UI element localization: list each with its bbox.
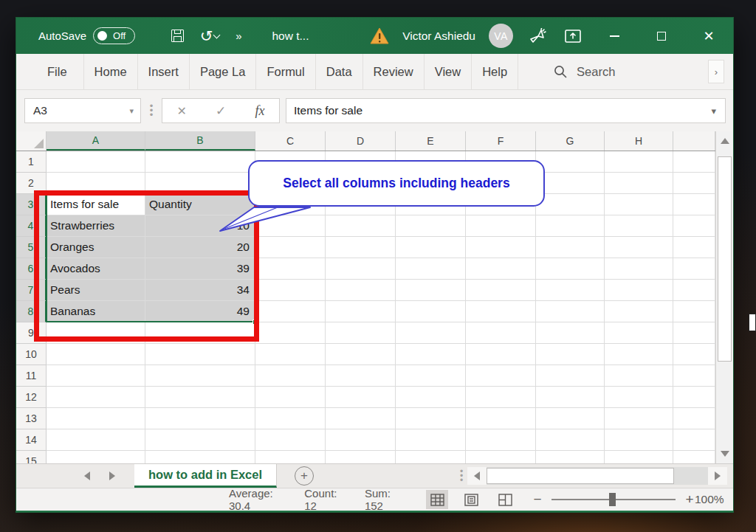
cell-partial-15[interactable] (673, 451, 715, 463)
cell-D7[interactable] (326, 280, 396, 301)
cell-E6[interactable] (396, 258, 466, 280)
cell-H5[interactable] (605, 237, 673, 258)
cell-B14[interactable] (145, 429, 255, 451)
column-header-A[interactable]: A (47, 131, 145, 151)
cell-B4[interactable]: 10 (145, 215, 255, 237)
enter-button[interactable]: ✓ (216, 103, 226, 119)
ribbon-tab-data[interactable]: Data (316, 54, 363, 89)
cell-E13[interactable] (396, 408, 466, 429)
ribbon-tab-file[interactable]: File (37, 54, 84, 89)
more-commands-button[interactable]: » (236, 30, 242, 42)
cell-H7[interactable] (605, 280, 673, 301)
vertical-scroll-track[interactable] (716, 151, 733, 444)
cell-C6[interactable] (255, 258, 326, 280)
cell-D14[interactable] (326, 429, 396, 451)
scroll-up-button[interactable] (716, 131, 733, 151)
cell-H3[interactable] (605, 194, 673, 215)
formula-bar-separator[interactable]: ••• (147, 104, 156, 117)
ribbon-tab-page-la[interactable]: Page La (190, 54, 256, 89)
cell-D8[interactable] (326, 301, 396, 322)
cell-C5[interactable] (255, 237, 326, 258)
cell-D9[interactable] (326, 322, 396, 344)
row-header-12[interactable]: 12 (16, 387, 47, 408)
column-header-G[interactable]: G (536, 131, 605, 151)
search-box[interactable]: Search (554, 65, 615, 79)
cell-partial-1[interactable] (673, 151, 715, 173)
cell-C14[interactable] (255, 429, 326, 451)
cell-partial-11[interactable] (673, 365, 715, 387)
zoom-level[interactable]: 100% (695, 493, 733, 506)
cell-A12[interactable] (47, 387, 145, 408)
cell-C7[interactable] (255, 280, 326, 301)
warning-icon[interactable] (370, 27, 389, 44)
cell-F4[interactable] (466, 215, 536, 237)
cell-G10[interactable] (536, 344, 605, 365)
column-header-B[interactable]: B (145, 131, 255, 151)
cell-E10[interactable] (396, 344, 466, 365)
status-average[interactable]: Average: 30.4 (229, 487, 279, 512)
cell-D15[interactable] (326, 451, 396, 463)
minimize-button[interactable] (597, 18, 631, 54)
cell-B10[interactable] (145, 344, 255, 365)
cell-G6[interactable] (536, 258, 605, 280)
cell-B3[interactable]: Quantity (145, 194, 255, 215)
zoom-slider-track[interactable] (551, 499, 676, 500)
ribbon-tab-help[interactable]: Help (472, 54, 518, 89)
row-header-9[interactable]: 9 (16, 322, 47, 344)
cell-G14[interactable] (536, 429, 605, 451)
cell-D12[interactable] (326, 387, 396, 408)
column-header-partial[interactable] (673, 131, 715, 151)
cell-C13[interactable] (255, 408, 326, 429)
cell-H6[interactable] (605, 258, 673, 280)
cell-A9[interactable] (47, 322, 145, 344)
cell-E11[interactable] (396, 365, 466, 387)
cell-A11[interactable] (47, 365, 145, 387)
ribbon-more-button[interactable]: › (708, 60, 724, 83)
page-break-preview-button[interactable] (494, 490, 516, 509)
document-title[interactable]: how t... (272, 30, 309, 43)
sheet-tab-active[interactable]: how to add in Excel (134, 464, 277, 488)
zoom-out-button[interactable]: − (532, 491, 543, 508)
cell-A15[interactable] (47, 451, 145, 463)
ribbon-display-options-button[interactable] (562, 25, 584, 47)
cell-G9[interactable] (536, 322, 605, 344)
cell-D5[interactable] (326, 237, 396, 258)
cell-F12[interactable] (466, 387, 536, 408)
row-header-10[interactable]: 10 (16, 344, 47, 365)
insert-function-button[interactable]: fx (255, 103, 264, 119)
cell-G8[interactable] (536, 301, 605, 322)
cell-B5[interactable]: 20 (145, 237, 255, 258)
cell-G11[interactable] (536, 365, 605, 387)
row-header-13[interactable]: 13 (16, 408, 47, 429)
autosave-toggle[interactable]: AutoSave Off (38, 27, 135, 44)
cell-H1[interactable] (605, 151, 673, 173)
cell-B11[interactable] (145, 365, 255, 387)
name-box[interactable]: A3 ▾ (24, 98, 141, 123)
row-header-6[interactable]: 6 (16, 258, 47, 280)
cancel-button[interactable]: ✕ (177, 104, 187, 118)
coming-soon-button[interactable] (526, 25, 549, 47)
row-header-7[interactable]: 7 (16, 280, 47, 301)
cell-H2[interactable] (605, 173, 673, 194)
new-sheet-button[interactable]: + (295, 466, 314, 486)
sheet-nav-left-button[interactable] (84, 471, 90, 480)
cell-A2[interactable] (47, 173, 145, 194)
column-header-E[interactable]: E (396, 131, 466, 151)
status-count[interactable]: Count: 12 (304, 487, 340, 512)
avatar[interactable]: VA (489, 24, 513, 48)
row-header-2[interactable]: 2 (16, 173, 47, 194)
formula-bar-expand-icon[interactable]: ▾ (711, 106, 725, 117)
cell-H13[interactable] (605, 408, 673, 429)
cell-C9[interactable] (255, 322, 326, 344)
cell-A4[interactable]: Strawberries (47, 215, 145, 237)
cell-G12[interactable] (536, 387, 605, 408)
cell-E4[interactable] (396, 215, 466, 237)
cell-A7[interactable]: Pears (47, 280, 145, 301)
cell-B13[interactable] (145, 408, 255, 429)
hscroll-left-button[interactable] (467, 467, 487, 485)
cell-partial-12[interactable] (673, 387, 715, 408)
column-header-C[interactable]: C (255, 131, 326, 151)
cell-partial-7[interactable] (673, 280, 715, 301)
cell-B15[interactable] (145, 451, 255, 463)
cell-F5[interactable] (466, 237, 536, 258)
